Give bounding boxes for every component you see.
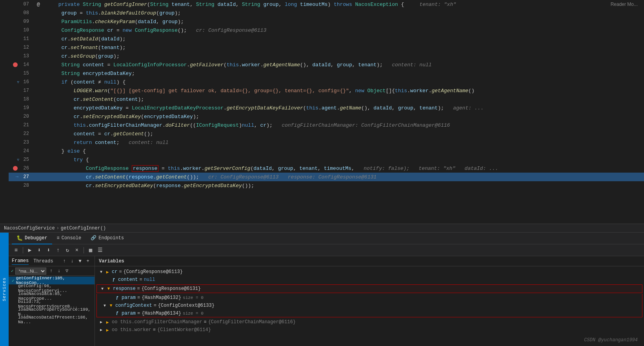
line-content-19: encryptedDataKey = LocalEncryptedDataKey… — [32, 105, 644, 111]
var-extra-param-r: size = 0 — [183, 295, 204, 300]
toolbar-btn-menu[interactable]: ≡ — [12, 246, 20, 255]
var-item-cfcm[interactable]: ▶ oo this.configFilterChainManager = {Co… — [95, 318, 644, 326]
frame-item-4[interactable]: loadNacosPropertySource:199, N... — [9, 308, 95, 316]
breakpoint-26 — [13, 166, 18, 171]
thread-up-btn[interactable]: ↑ — [48, 268, 55, 275]
no-breakpoint-09 — [13, 19, 18, 24]
var-value-cfcm: {ConfigFilterChainManager@6116} — [208, 319, 296, 325]
code-line-09: 09 ParamUtils.checkKeyParam(dataId, grou… — [9, 17, 644, 26]
line-gutter-23: 23 — [9, 140, 32, 145]
line-num-25: 25 — [19, 157, 29, 162]
line-content-09: ParamUtils.checkKeyParam(dataId, group); — [32, 19, 644, 25]
no-breakpoint-21 — [13, 123, 18, 127]
tab-endpoints[interactable]: 🔗 Endpoints — [86, 233, 129, 244]
toolbar-sep-2 — [84, 247, 84, 253]
var-value-cr: {ConfigResponse@6113} — [124, 269, 183, 275]
line-gutter-11: 11 — [9, 36, 32, 42]
line-gutter-28: 28 — [9, 183, 32, 188]
line-num-24: 24 — [19, 148, 29, 154]
debugger-tab-bar: 🐛 Debugger ≡ Console 🔗 Endpoints — [9, 233, 644, 244]
console-tab-icon: ≡ — [57, 235, 60, 241]
line-content-23: return content; content: null — [32, 140, 644, 146]
line-gutter-14: 14 — [9, 62, 32, 67]
var-arrow-response[interactable] — [99, 286, 106, 292]
line-content-21: this.configFilterChainManager.doFilter((… — [32, 122, 644, 128]
line-content-22: content = cr.getContent(); — [32, 131, 644, 137]
var-item-configcontext[interactable]: ▼ configContext = {ConfigContext@6133} — [96, 302, 642, 310]
line-num-27: 27 — [19, 174, 29, 180]
toolbar-btn-evaluate[interactable]: ☰ — [96, 246, 104, 255]
line-num-28: 28 — [19, 183, 29, 188]
toolbar-btn-stop[interactable]: × — [73, 246, 81, 255]
toolbar-btn-step-out[interactable]: ↑ — [54, 246, 62, 255]
tab-console[interactable]: ≡ Console — [52, 233, 86, 244]
var-icon-cc: ▼ — [108, 302, 114, 309]
frames-add-btn[interactable]: + — [84, 258, 91, 265]
var-item-cr[interactable]: ▶ cr = {ConfigResponse@6113} — [95, 268, 644, 276]
var-name-param-r: param — [122, 295, 136, 300]
frames-up-btn[interactable]: ↑ — [61, 258, 68, 265]
var-item-param-cc[interactable]: ƒ param = {HashMap@6134} size = 0 — [96, 310, 642, 317]
frames-down-btn[interactable]: ↓ — [69, 258, 76, 265]
var-arrow-param-r — [108, 295, 114, 301]
toolbar-btn-step-into[interactable]: ⬇ — [44, 246, 53, 255]
var-item-content[interactable]: ƒ content = null — [95, 276, 644, 284]
var-extra-param-cc: size = 0 — [183, 311, 204, 316]
frames-tab[interactable]: Frames — [12, 257, 29, 265]
frame-item-3[interactable]: build:73, NacosPropertySourceB... — [9, 300, 95, 308]
code-line-13: 13 cr.setGroup(group); — [9, 52, 644, 60]
line-num-11: 11 — [19, 36, 29, 42]
no-breakpoint-24 — [13, 149, 18, 153]
var-name-cfcm: oo this.configFilterChainManager — [112, 319, 202, 325]
debugger-toolbar: ≡ ▶ ⬇ ⬇ ↑ ↻ × ▦ ☰ — [9, 244, 644, 256]
toolbar-btn-run-to-cursor[interactable]: ▦ — [86, 246, 95, 255]
thread-down-btn[interactable]: ↓ — [56, 268, 63, 275]
frame-item-5[interactable]: loadNacosDataIfPresent:186, Na... — [9, 316, 95, 324]
frame-item-1[interactable]: getConfig:96, NacosConfigServi... — [9, 284, 95, 292]
line-gutter-12: 12 — [9, 45, 32, 50]
line-num-09: 09 — [19, 19, 29, 24]
var-value-worker: {ClientWorker@6114} — [157, 327, 211, 333]
var-arrow-cfcm[interactable] — [98, 319, 104, 325]
line-num-12: 12 — [19, 45, 29, 50]
line-num-17: 17 — [19, 88, 29, 93]
line-num-18: 18 — [19, 97, 29, 102]
no-breakpoint-22 — [13, 131, 18, 136]
frame-item-0[interactable]: ✓ getConfigInner:185, NacosCon... — [9, 277, 95, 284]
var-arrow-cr[interactable] — [98, 269, 104, 275]
var-value-content: null — [144, 277, 155, 282]
code-line-24: 24 } else { — [9, 147, 644, 155]
line-num-26: 26 — [19, 166, 29, 171]
tab-debugger[interactable]: 🐛 Debugger — [12, 233, 52, 244]
variables-header: Variables — [95, 256, 644, 266]
toolbar-btn-restart[interactable]: ↻ — [63, 246, 72, 255]
toolbar-btn-resume[interactable]: ▶ — [25, 246, 34, 255]
var-arrow-worker[interactable] — [98, 327, 104, 333]
line-gutter-08: 08 — [9, 10, 32, 16]
code-line-19: 19 encryptedDataKey = LocalEncryptedData… — [9, 104, 644, 112]
thread-dropdown[interactable]: *ma...Ni... — [15, 268, 46, 275]
thread-filter-btn[interactable]: ▽ — [64, 268, 71, 275]
line-gutter-18: 18 — [9, 97, 32, 102]
var-item-response[interactable]: ▼ response = {ConfigResponse@6131} — [96, 284, 642, 293]
code-line-26: 26 ConfigResponse response = this.worker… — [9, 164, 644, 173]
frame-item-2[interactable]: loadNacosData:85, NacosPrope... — [9, 292, 95, 300]
var-eq-param-cc: = — [137, 311, 140, 316]
code-line-12: 12 cr.setTenant(tenant); — [9, 43, 644, 52]
line-num-13: 13 — [19, 53, 29, 59]
var-arrow-cc[interactable] — [102, 302, 108, 309]
var-item-worker[interactable]: ▶ oo this.worker = {ClientWorker@6114} — [95, 326, 644, 334]
no-breakpoint-13 — [13, 54, 18, 58]
frames-panel: Frames Threads ↑ ↓ ▼ + ✓ *ma...Ni — [9, 256, 95, 346]
frame-label-5: loadNacosDataIfPresent:186, Na... — [18, 315, 91, 324]
line-gutter-16: ▽ 16 — [9, 79, 32, 85]
toolbar-btn-step-over[interactable]: ⬇ — [35, 246, 44, 255]
threads-tab[interactable]: Threads — [33, 258, 53, 265]
var-item-param-response[interactable]: ƒ param = {HashMap@6132} size = 0 — [96, 294, 642, 302]
code-line-10: 10 ConfigResponse cr = new ConfigRespons… — [9, 26, 644, 35]
reader-mode-label: Reader Mo... — [611, 2, 638, 7]
frames-filter-btn[interactable]: ▼ — [76, 258, 84, 265]
line-content-28: cr.setEncryptedDataKey(response.getEncry… — [32, 183, 644, 189]
breakpoint-14 — [13, 62, 18, 67]
line-content-25: try { — [32, 157, 644, 163]
